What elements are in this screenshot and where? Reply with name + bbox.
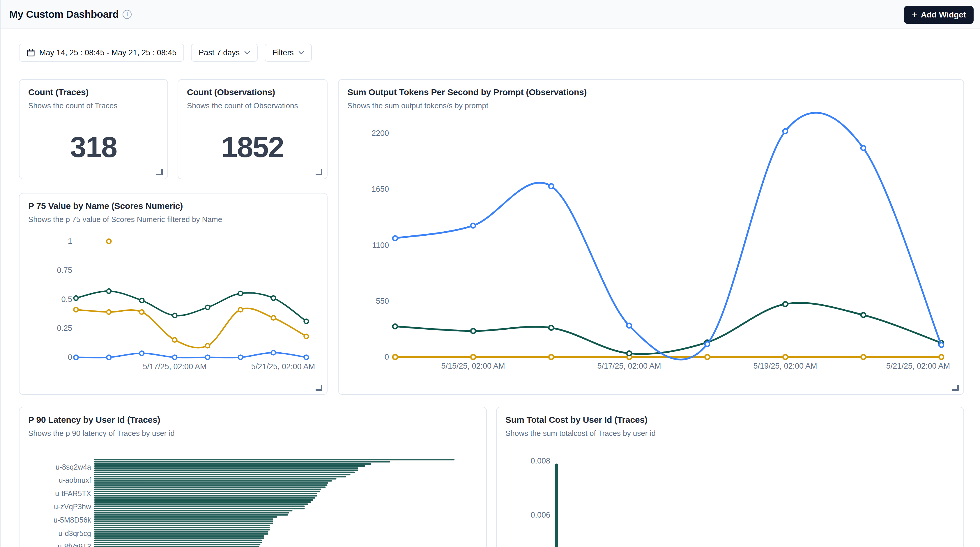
- resize-handle-icon[interactable]: [316, 385, 322, 391]
- svg-text:5/21/25, 02:00 AM: 5/21/25, 02:00 AM: [251, 362, 315, 371]
- count-value: 1852: [178, 130, 327, 164]
- svg-text:550: 550: [376, 297, 389, 306]
- widget-count-observations: Count (Observations) Shows the count of …: [178, 79, 328, 179]
- dashboard-page: { "header": { "title": "My Custom Dashbo…: [0, 0, 980, 547]
- svg-text:0.006: 0.006: [530, 511, 550, 519]
- widget-total-cost: 0.0080.006 Sum Total Cost by User Id (Tr…: [496, 407, 964, 547]
- widget-count-traces: Count (Traces) Shows the count of Traces…: [19, 79, 168, 179]
- widget-title: P 90 Latency by User Id (Traces): [28, 415, 160, 425]
- filter-toolbar: May 14, 25 : 08:45 - May 21, 25 : 08:45 …: [19, 44, 312, 62]
- svg-text:u-zVqP3hw: u-zVqP3hw: [54, 503, 91, 511]
- svg-text:0.25: 0.25: [57, 324, 72, 333]
- svg-text:u-d3qr5cg: u-d3qr5cg: [58, 529, 91, 537]
- widget-p75-by-name: 00.250.50.7515/17/25, 02:00 AM5/21/25, 0…: [19, 193, 328, 395]
- svg-text:5/15/25, 02:00 AM: 5/15/25, 02:00 AM: [441, 361, 505, 370]
- total-cost-bar-chart: 0.0080.006: [497, 407, 963, 547]
- svg-text:1650: 1650: [372, 185, 389, 193]
- resize-handle-icon[interactable]: [156, 169, 163, 175]
- widget-title: Count (Observations): [187, 87, 275, 97]
- svg-text:u-aobnuxf: u-aobnuxf: [59, 476, 91, 484]
- svg-text:u-8sq2w4a: u-8sq2w4a: [56, 463, 91, 471]
- widget-p90-latency: u-8sq2w4au-aobnuxfu-tFAR5TXu-zVqP3hwu-5M…: [19, 407, 487, 547]
- chevron-down-icon: [298, 51, 304, 54]
- svg-text:1100: 1100: [372, 241, 389, 250]
- widget-title: Sum Total Cost by User Id (Traces): [506, 415, 648, 425]
- widget-title: Sum Output Tokens Per Second by Prompt (…: [347, 87, 587, 97]
- svg-text:u-8fVa9T3: u-8fVa9T3: [58, 542, 91, 547]
- widget-subtitle: Shows the count of Traces: [28, 101, 117, 110]
- svg-text:0: 0: [68, 353, 72, 361]
- plus-icon: +: [912, 10, 917, 19]
- svg-text:2200: 2200: [372, 129, 389, 138]
- widget-title: P 75 Value by Name (Scores Numeric): [28, 201, 183, 211]
- svg-text:5/21/25, 02:00 AM: 5/21/25, 02:00 AM: [886, 361, 950, 370]
- svg-text:0: 0: [385, 353, 389, 361]
- widget-title: Count (Traces): [28, 87, 89, 97]
- tokens-line-chart: 05501100165022005/15/25, 02:00 AM5/17/25…: [339, 80, 963, 394]
- widget-subtitle: Shows the p 75 value of Scores Numeric f…: [28, 215, 222, 224]
- calendar-icon: [27, 48, 35, 57]
- time-preset-select[interactable]: Past 7 days: [191, 44, 258, 62]
- date-range-label: May 14, 25 : 08:45 - May 21, 25 : 08:45: [39, 48, 177, 57]
- chevron-down-icon: [244, 51, 250, 54]
- svg-text:0.75: 0.75: [57, 266, 72, 275]
- svg-text:0.5: 0.5: [61, 295, 72, 304]
- p90-latency-bar-chart: u-8sq2w4au-aobnuxfu-tFAR5TXu-zVqP3hwu-5M…: [19, 407, 486, 547]
- svg-text:u-5M8D56k: u-5M8D56k: [54, 516, 91, 524]
- page-title: My Custom Dashboard: [9, 8, 118, 20]
- filters-button[interactable]: Filters: [265, 44, 312, 62]
- widget-tokens-by-prompt: 05501100165022005/15/25, 02:00 AM5/17/25…: [338, 79, 964, 395]
- svg-text:5/17/25, 02:00 AM: 5/17/25, 02:00 AM: [143, 362, 207, 371]
- top-header-bar: My Custom Dashboard i + Add Widget: [1, 0, 980, 29]
- svg-text:5/19/25, 02:00 AM: 5/19/25, 02:00 AM: [753, 361, 817, 370]
- svg-text:0.008: 0.008: [530, 457, 550, 465]
- count-value: 318: [19, 130, 167, 164]
- filters-label: Filters: [272, 48, 294, 57]
- widget-subtitle: Shows the sum totalcost of Traces by use…: [506, 429, 655, 438]
- date-range-button[interactable]: May 14, 25 : 08:45 - May 21, 25 : 08:45: [19, 44, 184, 62]
- widget-subtitle: Shows the sum output tokens/s by prompt: [347, 101, 488, 110]
- add-widget-button[interactable]: + Add Widget: [904, 6, 974, 24]
- time-preset-label: Past 7 days: [199, 48, 240, 57]
- svg-text:1: 1: [68, 237, 72, 246]
- svg-text:u-tFAR5TX: u-tFAR5TX: [55, 489, 91, 498]
- add-widget-label: Add Widget: [921, 10, 966, 19]
- resize-handle-icon[interactable]: [316, 169, 322, 175]
- widget-subtitle: Shows the count of Observations: [187, 101, 298, 110]
- info-icon[interactable]: i: [123, 10, 132, 19]
- resize-handle-icon[interactable]: [952, 385, 959, 391]
- svg-text:5/17/25, 02:00 AM: 5/17/25, 02:00 AM: [597, 361, 661, 370]
- widget-subtitle: Shows the p 90 latency of Traces by user…: [28, 429, 175, 438]
